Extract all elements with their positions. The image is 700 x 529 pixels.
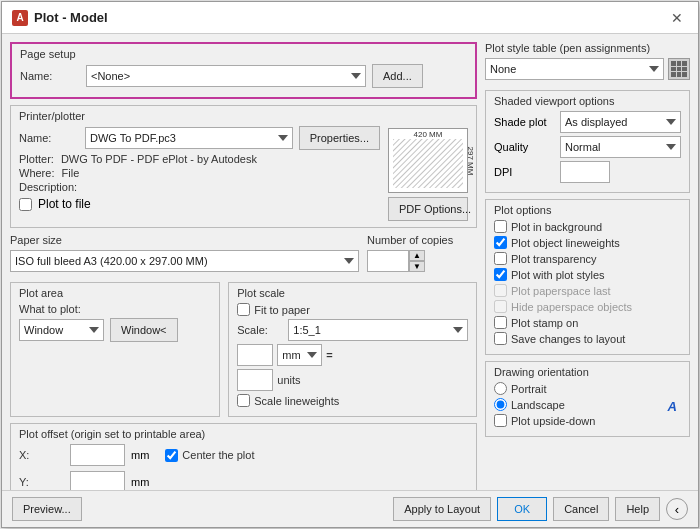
pdf-options-button[interactable]: PDF Options... <box>388 197 468 221</box>
copies-spinner-buttons: ▲ ▼ <box>409 250 425 272</box>
copies-spinner: 1 ▲ ▼ <box>367 250 477 272</box>
grid-cell-6 <box>682 67 687 72</box>
page-setup-name-select[interactable]: <None> <box>86 65 366 87</box>
scale-lineweights-checkbox[interactable] <box>237 394 250 407</box>
scale-value1-input[interactable]: 1 <box>237 344 273 366</box>
plot-transparency-row: Plot transparency <box>494 252 681 265</box>
y-offset-row: Y: 0.50 mm <box>19 471 468 490</box>
paper-size-section: Paper size ISO full bleed A3 (420.00 x 2… <box>10 234 359 272</box>
shade-plot-row: Shade plot As displayed <box>494 111 681 133</box>
preview-button[interactable]: Preview... <box>12 497 82 521</box>
plot-to-file-checkbox[interactable] <box>19 198 32 211</box>
dialog-body: Page setup Name: <None> Add... Printer/p… <box>2 34 698 490</box>
properties-button[interactable]: Properties... <box>299 126 380 150</box>
shaded-viewport-label: Shaded viewport options <box>494 95 681 107</box>
printer-name-select[interactable]: DWG To PDF.pc3 <box>85 127 293 149</box>
copies-input[interactable]: 1 <box>367 250 409 272</box>
bottom-bar: Preview... Apply to Layout OK Cancel Hel… <box>2 490 698 527</box>
plot-style-table-label: Plot style table (pen assignments) <box>485 42 690 54</box>
paper-preview: 420 MM <box>388 128 468 193</box>
landscape-label: Landscape <box>511 399 565 411</box>
ok-button[interactable]: OK <box>497 497 547 521</box>
dpi-input[interactable]: 100 <box>560 161 610 183</box>
a-landscape-icon: A <box>668 399 677 414</box>
hide-paperspace-checkbox[interactable] <box>494 300 507 313</box>
quality-select[interactable]: Normal <box>560 136 681 158</box>
hide-paperspace-label: Hide paperspace objects <box>511 301 632 313</box>
plot-with-plot-styles-checkbox[interactable] <box>494 268 507 281</box>
units-label: units <box>277 374 300 386</box>
y-input[interactable]: 0.50 <box>70 471 125 490</box>
window-button[interactable]: Window< <box>110 318 178 342</box>
plot-in-background-checkbox[interactable] <box>494 220 507 233</box>
plot-style-select[interactable]: None <box>485 58 664 80</box>
plot-in-background-row: Plot in background <box>494 220 681 233</box>
plot-area-label: Plot area <box>19 287 211 299</box>
save-changes-checkbox[interactable] <box>494 332 507 345</box>
cancel-button[interactable]: Cancel <box>553 497 609 521</box>
title-bar: A Plot - Model ✕ <box>2 2 698 34</box>
scale-unit1-select[interactable]: mm <box>277 344 322 366</box>
landscape-radio[interactable] <box>494 398 507 411</box>
printer-plotter-section: Printer/plotter Name: DWG To PDF.pc3 Pro… <box>10 105 477 228</box>
scale-values2-row: 5 units <box>237 369 468 391</box>
printer-name-label: Name: <box>19 132 79 144</box>
plotter-info: Plotter: DWG To PDF - PDF ePlot - by Aut… <box>19 153 380 165</box>
what-to-plot-select[interactable]: Window <box>19 319 104 341</box>
description-info: Description: <box>19 181 380 193</box>
what-to-plot-controls: Window Window< <box>19 318 211 342</box>
plot-offset-label: Plot offset (origin set to printable are… <box>19 428 468 440</box>
upside-down-checkbox[interactable] <box>494 414 507 427</box>
left-panel: Page setup Name: <None> Add... Printer/p… <box>10 42 477 482</box>
grid-cell-7 <box>671 72 676 77</box>
scale-select[interactable]: 1:5_1 <box>288 319 468 341</box>
portrait-radio[interactable] <box>494 382 507 395</box>
plot-style-controls: None <box>485 58 690 80</box>
x-input[interactable]: 0.00 <box>70 444 125 466</box>
copies-label: Number of copies <box>367 234 477 246</box>
center-plot-checkbox[interactable] <box>165 449 178 462</box>
printer-plotter-label: Printer/plotter <box>19 110 468 122</box>
y-unit: mm <box>131 476 149 488</box>
bottom-right-buttons: Apply to Layout OK Cancel Help ‹ <box>393 497 688 521</box>
dpi-label: DPI <box>494 166 554 178</box>
equals-sign: = <box>326 349 332 361</box>
copies-up-button[interactable]: ▲ <box>409 250 425 261</box>
svg-rect-1 <box>393 139 463 188</box>
grid-cell-1 <box>671 61 676 66</box>
drawing-orientation-label: Drawing orientation <box>494 366 681 378</box>
preview-height-label: 297 MM <box>466 146 475 175</box>
portrait-row: Portrait <box>494 382 595 395</box>
paper-size-select[interactable]: ISO full bleed A3 (420.00 x 297.00 MM) <box>10 250 359 272</box>
app-icon: A <box>12 10 28 26</box>
portrait-label: Portrait <box>511 383 546 395</box>
plot-stamp-row: Plot stamp on <box>494 316 681 329</box>
shade-plot-select[interactable]: As displayed <box>560 111 681 133</box>
plot-stamp-checkbox[interactable] <box>494 316 507 329</box>
what-to-plot-row: What to plot: <box>19 303 211 315</box>
copies-down-button[interactable]: ▼ <box>409 261 425 272</box>
shade-plot-label: Shade plot <box>494 116 554 128</box>
plot-stamp-label: Plot stamp on <box>511 317 578 329</box>
back-button[interactable]: ‹ <box>666 498 688 520</box>
grid-icon[interactable] <box>668 58 690 80</box>
plot-paperspace-last-checkbox[interactable] <box>494 284 507 297</box>
apply-to-layout-button[interactable]: Apply to Layout <box>393 497 491 521</box>
drawing-orientation-section: Drawing orientation Portrait Landscape <box>485 361 690 437</box>
plot-paperspace-last-row: Plot paperspace last <box>494 284 681 297</box>
dialog-title: Plot - Model <box>34 10 108 25</box>
fit-to-paper-checkbox[interactable] <box>237 303 250 316</box>
where-info: Where: File <box>19 167 380 179</box>
plot-paperspace-last-label: Plot paperspace last <box>511 285 611 297</box>
printer-name-row: Name: DWG To PDF.pc3 Properties... <box>19 126 380 150</box>
scale-select-row: Scale: 1:5_1 <box>237 319 468 341</box>
scale-lineweights-label: Scale lineweights <box>254 395 339 407</box>
help-button[interactable]: Help <box>615 497 660 521</box>
add-button[interactable]: Add... <box>372 64 423 88</box>
plot-transparency-checkbox[interactable] <box>494 252 507 265</box>
scale-value2-input[interactable]: 5 <box>237 369 273 391</box>
close-button[interactable]: ✕ <box>666 7 688 29</box>
plot-object-lineweights-checkbox[interactable] <box>494 236 507 249</box>
plot-style-table-section: Plot style table (pen assignments) None <box>485 42 690 80</box>
x-offset-row: X: 0.00 mm <box>19 444 149 466</box>
